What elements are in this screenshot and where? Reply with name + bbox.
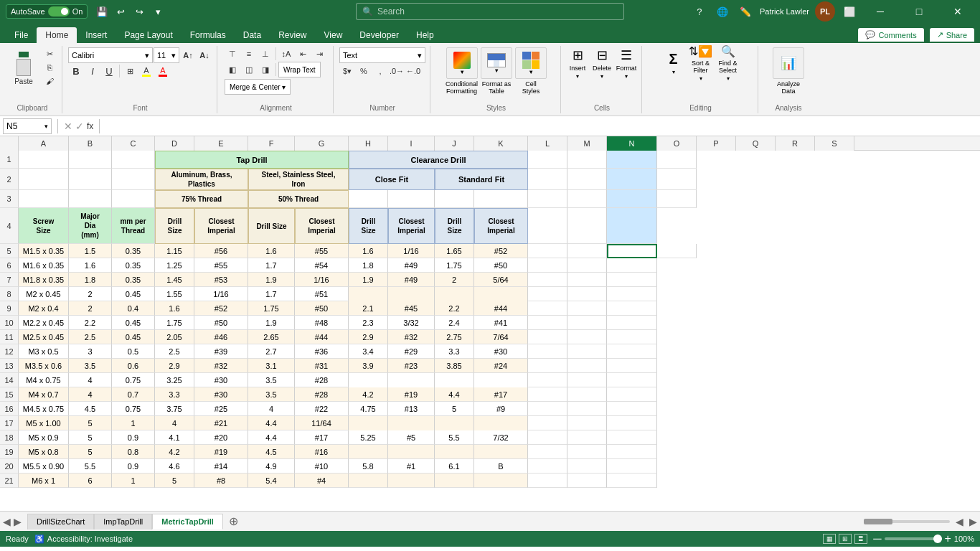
cell-C16[interactable]: 0.75: [112, 402, 155, 416]
cell-O5[interactable]: [657, 244, 697, 258]
insert-btn[interactable]: ⊞ Insert ▾: [567, 47, 588, 79]
cell-drill-size-2-header[interactable]: Drill Size: [248, 208, 295, 244]
search-bar[interactable]: 🔍 Search: [356, 3, 624, 20]
font-selector[interactable]: Calibri ▾: [68, 47, 153, 63]
cell-C20[interactable]: 0.9: [112, 459, 155, 474]
grid-container[interactable]: 1 Tap Drill Clearance Drill 2: [0, 151, 980, 511]
cell-A18[interactable]: M5 x 0.9: [19, 430, 69, 445]
cell-H7[interactable]: 1.9: [349, 273, 388, 287]
minimize-button[interactable]: ─: [864, 0, 897, 23]
cell-D7[interactable]: 1.45: [155, 273, 194, 287]
col-header-E[interactable]: E: [194, 136, 248, 151]
decrease-font-button[interactable]: A↓: [197, 49, 212, 62]
cell-F5[interactable]: 1.6: [248, 244, 295, 258]
cell-E13[interactable]: #32: [194, 359, 248, 373]
cell-H16[interactable]: 4.75: [349, 402, 388, 416]
cell-C14[interactable]: 0.75: [112, 373, 155, 387]
cell-I6[interactable]: #49: [388, 258, 435, 273]
cell-A16[interactable]: M4.5 x 0.75: [19, 402, 69, 416]
cell-M3[interactable]: [567, 190, 607, 208]
cell-D9[interactable]: 1.6: [155, 301, 194, 316]
merge-center-button[interactable]: Merge & Center ▾: [225, 79, 291, 95]
cell-I11[interactable]: #32: [388, 330, 435, 344]
cell-N14[interactable]: [607, 373, 657, 387]
cell-G7[interactable]: 1/16: [295, 273, 349, 287]
cell-B1[interactable]: [69, 151, 112, 169]
col-header-L[interactable]: L: [528, 136, 567, 151]
cell-G20[interactable]: #10: [295, 459, 349, 474]
cell-B9[interactable]: 2: [69, 301, 112, 316]
cell-B5[interactable]: 1.5: [69, 244, 112, 258]
cell-H3[interactable]: [349, 190, 388, 208]
cell-N18[interactable]: [607, 430, 657, 445]
cell-G19[interactable]: #16: [295, 445, 349, 459]
cell-J18[interactable]: 5.5: [435, 430, 474, 445]
row-header-19[interactable]: 19: [0, 445, 19, 459]
align-right-button[interactable]: ◨: [258, 63, 273, 76]
cell-mm-per-thread-header[interactable]: mm perThread: [112, 208, 155, 244]
cell-C6[interactable]: 0.35: [112, 258, 155, 273]
cell-I5[interactable]: 1/16: [388, 244, 435, 258]
cell-D16[interactable]: 3.75: [155, 402, 194, 416]
cell-G6[interactable]: #54: [295, 258, 349, 273]
tab-page-layout[interactable]: Page Layout: [116, 27, 181, 43]
cell-A11[interactable]: M2.5 x 0.45: [19, 330, 69, 344]
row-header-6[interactable]: 6: [0, 258, 19, 273]
cell-J5[interactable]: 1.65: [435, 244, 474, 258]
comments-button[interactable]: 💬 Comments: [858, 28, 923, 42]
cell-H15[interactable]: 4.2: [349, 387, 388, 402]
cell-A7[interactable]: M1.8 x 0.35: [19, 273, 69, 287]
border-button[interactable]: ⊞: [122, 65, 138, 77]
indent-left-button[interactable]: ⇤: [295, 47, 311, 60]
cell-L11[interactable]: [528, 330, 567, 344]
row-header-3[interactable]: 3: [0, 190, 19, 208]
zoom-in-button[interactable]: +: [945, 532, 951, 545]
network-icon[interactable]: 🌐: [714, 3, 731, 20]
percent-button[interactable]: %: [356, 65, 372, 77]
page-layout-view-button[interactable]: ⊞: [839, 534, 852, 544]
cell-A20[interactable]: M5.5 x 0.90: [19, 459, 69, 474]
tab-file[interactable]: File: [6, 27, 37, 43]
horizontal-scrollbar[interactable]: [864, 520, 950, 523]
cell-N17[interactable]: [607, 416, 657, 430]
cell-N13[interactable]: [607, 359, 657, 373]
cell-C13[interactable]: 0.6: [112, 359, 155, 373]
cell-J6[interactable]: 1.75: [435, 258, 474, 273]
row-header-10[interactable]: 10: [0, 316, 19, 330]
row-header-8[interactable]: 8: [0, 287, 19, 301]
cell-M5[interactable]: [567, 244, 607, 258]
scroll-right-btn[interactable]: ▶: [969, 516, 977, 527]
cell-E15[interactable]: #30: [194, 387, 248, 402]
cell-E18[interactable]: #20: [194, 430, 248, 445]
cell-E19[interactable]: #19: [194, 445, 248, 459]
cell-B13[interactable]: 3.5: [69, 359, 112, 373]
cell-C21[interactable]: 1: [112, 474, 155, 488]
cell-M10[interactable]: [567, 316, 607, 330]
cell-E11[interactable]: #46: [194, 330, 248, 344]
cell-N15[interactable]: [607, 387, 657, 402]
cell-L8[interactable]: [528, 287, 567, 301]
cancel-formula-icon[interactable]: ✕: [64, 121, 72, 132]
format-as-table-btn[interactable]: ▾ Format asTable: [481, 47, 512, 95]
cell-N11[interactable]: [607, 330, 657, 344]
cell-F7[interactable]: 1.9: [248, 273, 295, 287]
cell-drill-size-3-header[interactable]: DrillSize: [349, 208, 388, 244]
cell-50-thread[interactable]: 50% Thread: [248, 190, 349, 208]
cell-G9[interactable]: #50: [295, 301, 349, 316]
cell-L12[interactable]: [528, 344, 567, 359]
cell-I18[interactable]: #5: [388, 430, 435, 445]
cell-L1[interactable]: [528, 151, 567, 169]
cell-D8[interactable]: 1.55: [155, 287, 194, 301]
cell-M18[interactable]: [567, 430, 607, 445]
cell-K5[interactable]: #52: [474, 244, 528, 258]
cell-G10[interactable]: #48: [295, 316, 349, 330]
cell-steel-header[interactable]: Steel, Stainless Steel,Iron: [248, 169, 349, 190]
cell-C5[interactable]: 0.35: [112, 244, 155, 258]
align-top-button[interactable]: ⊤: [225, 47, 240, 60]
cell-J19[interactable]: [435, 445, 474, 459]
cell-M16[interactable]: [567, 402, 607, 416]
cell-closest-imperial-2-header[interactable]: ClosestImperial: [295, 208, 349, 244]
format-btn[interactable]: ☰ Format ▾: [616, 47, 637, 79]
row-header-15[interactable]: 15: [0, 387, 19, 402]
cell-K9[interactable]: #44: [474, 301, 528, 316]
